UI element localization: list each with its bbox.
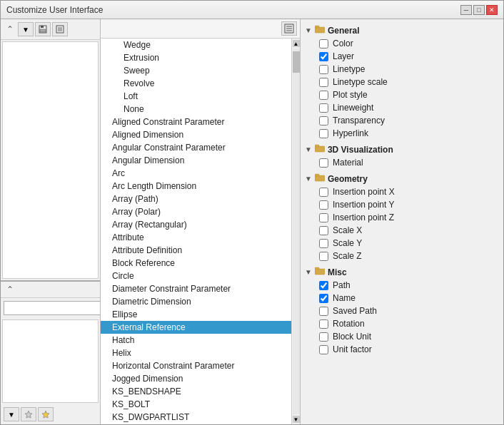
scrollbar-track	[293, 48, 300, 414]
prop-checkbox-geometry-4[interactable]	[319, 239, 328, 248]
list-item[interactable]: Diametric Dimension	[101, 295, 291, 308]
folder-icon-general	[315, 25, 325, 36]
left-bottom-list[interactable]	[2, 319, 99, 403]
prop-item: Insertion point Y	[305, 198, 499, 211]
collapse-bottom-button[interactable]: ⌃	[4, 283, 16, 296]
prop-checkbox-3d-visualization-0[interactable]	[319, 158, 328, 168]
list-item[interactable]: Wedge	[101, 39, 291, 51]
list-item[interactable]: Aligned Constraint Parameter	[101, 116, 291, 128]
scrollbar-thumb[interactable]	[293, 51, 300, 73]
list-item[interactable]: KS_FRAME	[101, 424, 291, 424]
properties-icon	[284, 24, 294, 34]
prop-item: Lineweight	[305, 101, 499, 114]
prop-label-geometry-5: Scale Z	[333, 251, 362, 261]
prop-label-geometry-2: Insertion point Z	[333, 212, 394, 222]
prop-checkbox-misc-2[interactable]	[319, 307, 328, 316]
list-item[interactable]: Angular Dimension	[101, 154, 291, 167]
svg-rect-4	[58, 27, 62, 31]
prop-checkbox-general-0[interactable]	[319, 39, 328, 48]
prop-checkbox-general-4[interactable]	[319, 91, 328, 100]
list-item[interactable]: KS_DWGPARTLIST	[101, 411, 291, 424]
prop-section-header-3d-visualization[interactable]: ▼3D Visualization	[305, 143, 499, 156]
scrollbar-up[interactable]: ▲	[293, 40, 300, 47]
prop-section-title-geometry: Geometry	[328, 174, 368, 184]
list-item[interactable]: External Reference	[101, 321, 291, 334]
center-scrollbar[interactable]: ▲ ▼	[291, 39, 300, 424]
list-item[interactable]: Array (Polar)	[101, 205, 291, 218]
left-top-list[interactable]	[2, 41, 99, 279]
prop-checkbox-general-7[interactable]	[319, 129, 328, 138]
list-item[interactable]: Jogged Dimension	[101, 372, 291, 385]
list-item[interactable]: Attribute Definition	[101, 244, 291, 257]
prop-section-header-general[interactable]: ▼General	[305, 24, 499, 37]
svg-rect-18	[315, 174, 319, 176]
prop-item: Transparency	[305, 114, 499, 127]
list-item[interactable]: Block Reference	[101, 257, 291, 270]
minimize-button[interactable]: ─	[460, 5, 472, 15]
svg-rect-20	[315, 267, 319, 270]
list-item[interactable]: KS_BOLT	[101, 398, 291, 411]
list-item[interactable]: KS_BENDSHAPE	[101, 385, 291, 398]
list-item[interactable]: Ellipse	[101, 308, 291, 321]
list-item[interactable]: Loft	[101, 90, 291, 103]
list-item[interactable]: None	[101, 103, 291, 116]
list-item[interactable]: Extrusion	[101, 51, 291, 64]
prop-checkbox-general-1[interactable]	[319, 52, 328, 61]
list-item[interactable]: Helix	[101, 347, 291, 359]
list-item[interactable]: Angular Constraint Parameter	[101, 141, 291, 154]
prop-checkbox-general-3[interactable]	[319, 78, 328, 87]
list-item[interactable]: Horizontal Constraint Parameter	[101, 359, 291, 372]
dropdown-button[interactable]: ▼	[18, 22, 34, 36]
prop-item: Scale Y	[305, 237, 499, 250]
new-button[interactable]	[52, 22, 68, 36]
prop-checkbox-misc-1[interactable]	[319, 294, 328, 303]
list-item[interactable]: Sweep	[101, 64, 291, 77]
prop-label-general-2: Linetype	[333, 64, 365, 74]
list-item[interactable]: Revolve	[101, 77, 291, 90]
title-bar-buttons: ─ □ ✕	[460, 5, 498, 15]
prop-checkbox-geometry-0[interactable]	[319, 188, 328, 197]
prop-checkbox-general-6[interactable]	[319, 116, 328, 126]
prop-checkbox-misc-3[interactable]	[319, 319, 328, 329]
prop-section-general: ▼GeneralColorLayerLinetypeLinetype scale…	[305, 24, 499, 140]
star1-button[interactable]	[21, 407, 36, 421]
center-toolbar-btn[interactable]	[281, 21, 297, 36]
prop-section-title-misc: Misc	[328, 267, 347, 277]
svg-marker-7	[25, 411, 32, 418]
center-list[interactable]: WedgeExtrusionSweepRevolveLoftNoneAligne…	[101, 39, 291, 424]
prop-checkbox-geometry-5[interactable]	[319, 252, 328, 261]
list-item[interactable]: Arc	[101, 167, 291, 180]
list-item[interactable]: Hatch	[101, 334, 291, 347]
search-input[interactable]	[4, 301, 100, 315]
list-item[interactable]: Circle	[101, 270, 291, 282]
dropdown2-button[interactable]: ▼	[4, 407, 19, 421]
collapse-top-button[interactable]: ⌃	[4, 23, 16, 36]
prop-checkbox-geometry-2[interactable]	[319, 213, 328, 222]
list-item[interactable]: Arc Length Dimension	[101, 180, 291, 193]
scrollbar-down[interactable]: ▼	[293, 416, 300, 423]
folder-icon-geometry	[315, 173, 325, 184]
title-bar: Customize User Interface ─ □ ✕	[1, 1, 503, 19]
prop-checkbox-general-5[interactable]	[319, 103, 328, 113]
prop-label-general-6: Transparency	[333, 116, 385, 126]
prop-item: Color	[305, 37, 499, 50]
prop-section-header-geometry[interactable]: ▼Geometry	[305, 172, 499, 185]
prop-checkbox-misc-5[interactable]	[319, 345, 328, 354]
close-button[interactable]: ✕	[486, 5, 498, 15]
prop-checkbox-misc-4[interactable]	[319, 332, 328, 342]
prop-checkbox-geometry-1[interactable]	[319, 200, 328, 210]
prop-section-header-misc[interactable]: ▼Misc	[305, 265, 499, 279]
list-item[interactable]: Array (Rectangular)	[101, 218, 291, 231]
list-item[interactable]: Aligned Dimension	[101, 128, 291, 141]
save-button[interactable]	[35, 22, 51, 36]
star2-button[interactable]	[38, 407, 54, 421]
list-item[interactable]: Diameter Constraint Parameter	[101, 282, 291, 295]
prop-label-geometry-3: Scale X	[333, 225, 362, 235]
prop-checkbox-general-2[interactable]	[319, 65, 328, 74]
prop-checkbox-misc-0[interactable]	[319, 281, 328, 290]
prop-checkbox-geometry-3[interactable]	[319, 226, 328, 235]
list-item[interactable]: Attribute	[101, 231, 291, 244]
list-item[interactable]: Array (Path)	[101, 193, 291, 205]
maximize-button[interactable]: □	[473, 5, 485, 15]
window-content: ⌃ ▼	[1, 19, 503, 424]
